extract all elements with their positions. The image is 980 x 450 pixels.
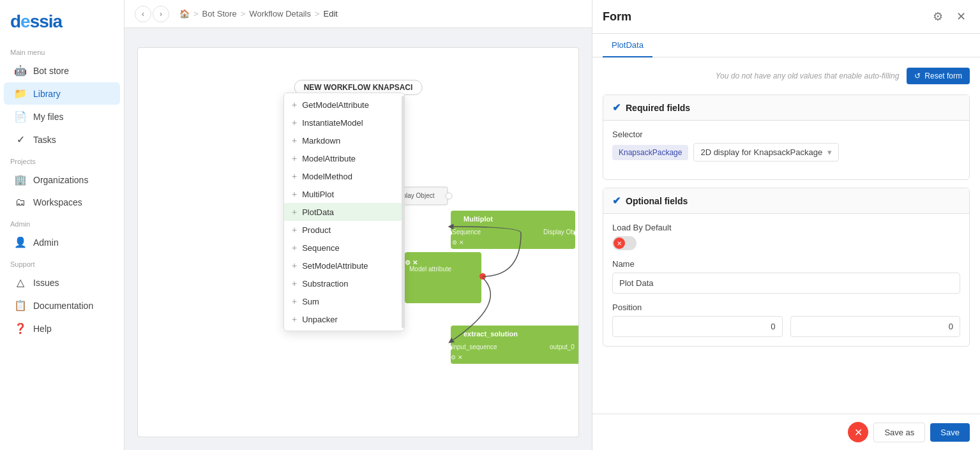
right-panel: Form ⚙ ✕ PlotData You do not have any ol… [592, 0, 980, 450]
selector-label: Selector [612, 130, 960, 139]
section-main-menu: Main menu 🤖 Bot store 📁 Library 📄 My fil… [0, 42, 124, 151]
sidebar-item-library[interactable]: 📁 Library [4, 82, 120, 105]
required-check-icon: ✔ [612, 101, 621, 114]
dropdown-item-model-attr[interactable]: + ModelAttribute [284, 149, 404, 167]
sidebar-item-admin[interactable]: 👤 Admin [4, 231, 120, 253]
dropdown-item-instantiate[interactable]: + InstantiateModel [284, 114, 404, 131]
svg-point-18 [479, 273, 486, 280]
dropdown-item-substraction[interactable]: + Substraction [284, 274, 404, 292]
sidebar-item-tasks[interactable]: ✓ Tasks [4, 128, 120, 151]
admin-icon: 👤 [14, 236, 27, 248]
sidebar-item-issues[interactable]: △ Issues [4, 271, 120, 294]
plus-icon-3: + [292, 153, 297, 163]
logo-text: dessia [10, 11, 62, 31]
sidebar-item-help[interactable]: ❓ Help [4, 317, 120, 340]
section-label-main-menu: Main menu [0, 42, 124, 59]
breadcrumb-sep-1: > [193, 9, 199, 19]
logo: dessia [0, 6, 124, 42]
save-button[interactable]: Save [930, 423, 970, 442]
name-input[interactable] [612, 273, 960, 294]
dropdown-item-plotdata[interactable]: + PlotData [284, 203, 404, 221]
dropdown-item-set-model-attr[interactable]: + SetModelAttribute [284, 257, 404, 274]
svg-point-13 [446, 345, 452, 351]
dropdown-item-model-method[interactable]: + ModelMethod [284, 167, 404, 185]
extract-solution-node-group: extract_solution input_sequence output_0… [446, 326, 578, 364]
section-label-support: Support [0, 254, 124, 271]
svg-point-22 [446, 193, 452, 199]
dropdown-item-sum[interactable]: + Sum [284, 292, 404, 310]
dropdown-item-get-model-attr[interactable]: + GetModelAttribute [284, 96, 404, 114]
my-files-icon: 📄 [14, 110, 27, 123]
sidebar-item-documentation[interactable]: 📋 Documentation [4, 294, 120, 317]
selector-chevron-icon: ▾ [827, 147, 832, 157]
optional-fields-body: Load By Default ✕ Name Position [603, 214, 969, 346]
sidebar-item-bot-store[interactable]: 🤖 Bot store [4, 59, 120, 82]
issues-icon: △ [14, 276, 27, 289]
tasks-icon: ✓ [14, 133, 27, 146]
required-fields-header: ✔ Required fields [603, 95, 969, 121]
settings-button[interactable]: ⚙ [929, 8, 947, 26]
breadcrumb-home-icon[interactable]: 🏠 [179, 9, 190, 19]
autofill-bar: You do not have any old values that enab… [603, 68, 970, 84]
nav-forward-button[interactable]: › [153, 6, 169, 22]
selector-tag: KnapsackPackage [612, 145, 688, 160]
position-x-wrap [612, 316, 783, 337]
svg-text:extract_solution: extract_solution [464, 330, 518, 338]
plus-icon-2: + [292, 135, 297, 146]
position-x-input[interactable] [612, 316, 783, 337]
main-area: ‹ › 🏠 > Bot Store > Workflow Details > E… [124, 0, 592, 450]
optional-check-icon: ✔ [612, 195, 621, 207]
sidebar-item-workspaces[interactable]: 🗂 Workspaces [4, 191, 120, 213]
svg-rect-9 [451, 326, 578, 364]
optional-fields-section: ✔ Optional fields Load By Default ✕ Name… [603, 188, 970, 347]
plus-icon-8: + [292, 243, 297, 253]
workflow-canvas[interactable]: NEW WORKFLOW KNAPSACI ⋮⋮ + GetModelAttri… [137, 47, 579, 437]
sidebar-item-my-files[interactable]: 📄 My files [4, 105, 120, 128]
section-label-admin: Admin [0, 214, 124, 230]
nav-arrows: ‹ › [135, 6, 169, 22]
section-label-projects: Projects [0, 151, 124, 168]
dropdown-item-unpacker[interactable]: + Unpacker [284, 310, 404, 328]
sidebar-item-organizations[interactable]: 🏢 Organizations [4, 169, 120, 191]
svg-rect-16 [405, 252, 481, 303]
optional-fields-label: Optional fields [626, 196, 688, 206]
documentation-icon: 📋 [14, 299, 27, 311]
svg-rect-2 [451, 211, 575, 249]
reset-form-button[interactable]: ↺ Reset form [907, 68, 970, 84]
plus-icon-12: + [292, 314, 297, 324]
close-button[interactable]: ✕ [952, 8, 970, 26]
panel-title: Form [603, 10, 631, 24]
dropdown-item-product[interactable]: + Product [284, 221, 404, 239]
panel-footer: ✕ Save as Save [592, 414, 980, 450]
save-as-button[interactable]: Save as [873, 423, 925, 442]
plus-icon-0: + [292, 100, 297, 110]
autofill-text: You do not have any old values that enab… [716, 71, 900, 80]
breadcrumb-bot-store[interactable]: Bot Store [202, 9, 237, 19]
position-row [612, 316, 960, 337]
tab-plotdata[interactable]: PlotData [603, 34, 652, 57]
svg-text:Model attribute: Model attribute [409, 266, 452, 273]
dropdown-item-sequence[interactable]: + Sequence [284, 239, 404, 257]
panel-content: You do not have any old values that enab… [592, 57, 980, 414]
position-label: Position [612, 303, 960, 312]
toggle-x-icon: ✕ [614, 237, 625, 249]
delete-button[interactable]: ✕ [848, 422, 868, 442]
nav-back-button[interactable]: ‹ [135, 6, 151, 22]
load-default-label: Load By Default [612, 223, 960, 232]
required-fields-body: Selector KnapsackPackage 2D display for … [603, 121, 969, 179]
plus-icon-6: + [292, 207, 297, 217]
position-y-input[interactable] [790, 316, 961, 337]
plus-icon-10: + [292, 278, 297, 289]
selector-row: KnapsackPackage 2D display for KnapsackP… [612, 143, 960, 161]
optional-fields-header: ✔ Optional fields [603, 188, 969, 214]
breadcrumb-workflow-details[interactable]: Workflow Details [249, 9, 311, 19]
dropdown-item-markdown[interactable]: + Markdown [284, 131, 404, 149]
panel-tabs: PlotData [592, 34, 980, 57]
canvas-wrapper: NEW WORKFLOW KNAPSACI ⋮⋮ + GetModelAttri… [124, 28, 592, 450]
dropdown-item-multiplot[interactable]: + MultiPlot [284, 185, 404, 203]
selector-dropdown[interactable]: 2D display for KnapsackPackage ▾ [693, 143, 839, 161]
load-default-toggle[interactable]: ✕ [612, 236, 637, 250]
breadcrumb: 🏠 > Bot Store > Workflow Details > Edit [179, 9, 338, 19]
sidebar: dessia Main menu 🤖 Bot store 📁 Library 📄… [0, 0, 124, 450]
section-projects: Projects 🏢 Organizations 🗂 Workspaces [0, 151, 124, 214]
